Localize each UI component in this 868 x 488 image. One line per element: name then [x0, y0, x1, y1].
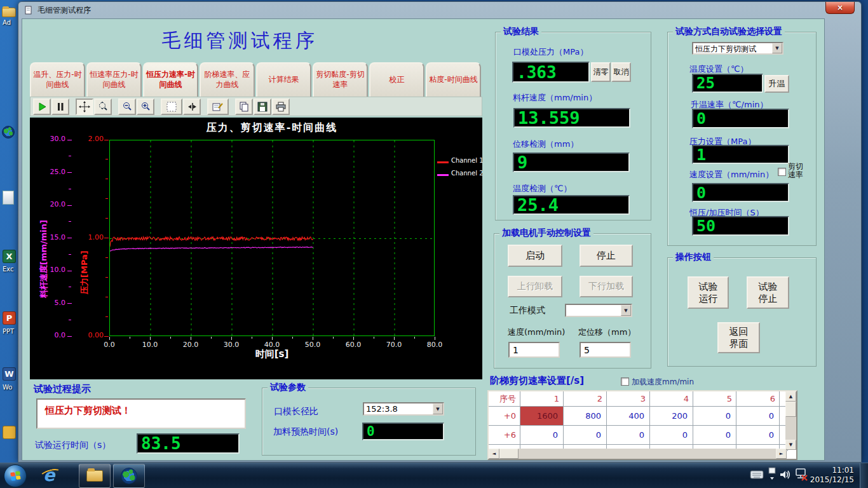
network-icon[interactable]: [794, 468, 808, 484]
excel-icon[interactable]: X: [3, 250, 16, 263]
print-button[interactable]: [272, 98, 290, 115]
tab-calc-results[interactable]: 计算结果: [256, 62, 311, 97]
folder-icon[interactable]: [2, 8, 16, 17]
shear-rate-checkbox[interactable]: [778, 168, 786, 176]
test-run-button[interactable]: 试验运行: [688, 276, 729, 309]
tick-left: 10.0: [44, 266, 65, 274]
plot-settings-button[interactable]: [207, 98, 229, 115]
table-cell[interactable]: 0: [693, 407, 736, 426]
table-cell[interactable]: 0: [520, 426, 564, 445]
fit-axes-button[interactable]: [183, 98, 201, 115]
work-mode-label: 工作模式: [510, 305, 545, 316]
taskbar: e 11:01 2015/12/15: [0, 463, 868, 488]
chart-title: 压力、剪切速率-时间曲线: [109, 121, 435, 135]
heat-button[interactable]: 升温: [764, 75, 789, 93]
table-vscrollbar[interactable]: ▲ ▼: [785, 391, 796, 450]
die-ratio-select[interactable]: 152:3.8 ▼: [363, 402, 444, 416]
cancel-button[interactable]: 取消: [611, 62, 631, 82]
chevron-down-icon[interactable]: ▼: [772, 43, 782, 53]
table-cell[interactable]: 0: [564, 426, 607, 445]
copy-button[interactable]: [235, 98, 253, 115]
tickmark-x minor: [252, 337, 252, 339]
keyboard-icon[interactable]: [750, 470, 764, 482]
tab-step-rate-stress[interactable]: 阶梯速率、应力曲线: [200, 62, 255, 97]
table-cell-selected[interactable]: 1600: [520, 407, 564, 426]
scroll-left-icon[interactable]: ◄: [489, 449, 499, 459]
stop-button[interactable]: 停止: [580, 245, 633, 267]
fit-axes-icon: [186, 101, 198, 112]
table-cell[interactable]: 0: [693, 426, 736, 445]
chevron-down-icon[interactable]: ▼: [433, 403, 443, 414]
select-box-button[interactable]: [161, 98, 182, 115]
hscroll-thumb[interactable]: [499, 449, 519, 459]
close-button[interactable]: ×: [825, 2, 855, 14]
tickmark-x: [191, 337, 191, 340]
panel-title: 操作按钮: [673, 252, 714, 263]
app-taskbar-button[interactable]: [113, 464, 145, 488]
tick-x: 60.0: [341, 341, 366, 349]
manual-speed-input[interactable]: 1: [508, 342, 560, 358]
volume-icon[interactable]: [779, 469, 792, 483]
clock-time: 11:01: [810, 466, 854, 475]
vscroll-thumb[interactable]: [785, 402, 796, 417]
start-button[interactable]: 启动: [508, 245, 562, 267]
table-cell[interactable]: 0: [736, 407, 780, 426]
windows-logo-icon: [10, 471, 21, 482]
clear-button[interactable]: 清零: [591, 62, 611, 82]
tab-const-rate-pressure-time[interactable]: 恒速率压力-时间曲线: [86, 62, 142, 97]
tick-x: 40.0: [259, 341, 285, 349]
language-icon[interactable]: [768, 467, 776, 485]
table-cell[interactable]: 0: [650, 426, 693, 445]
tickmark-right minor: [105, 316, 108, 317]
zoom-in-button[interactable]: [137, 98, 154, 115]
table-cell[interactable]: 200: [650, 407, 693, 426]
table-cell[interactable]: 0: [607, 426, 650, 445]
globe-icon: [121, 468, 137, 484]
column-header: 2: [564, 391, 607, 407]
taskbar-clock[interactable]: 11:01 2015/12/15: [810, 466, 854, 485]
tickmark-x minor: [292, 337, 293, 339]
table-hscrollbar[interactable]: ◄ ►: [489, 449, 787, 459]
work-mode-select[interactable]: ▼: [565, 304, 632, 317]
ie-taskbar-button[interactable]: e: [43, 465, 55, 485]
globe-icon[interactable]: [2, 126, 15, 139]
table-cell[interactable]: 400: [607, 407, 650, 426]
show-desktop-button[interactable]: [860, 463, 868, 488]
tab-const-pressure-rate-time[interactable]: 恒压力速率-时间曲线: [143, 62, 198, 97]
return-button[interactable]: 返回界面: [717, 322, 760, 353]
load-speed-checkbox[interactable]: [621, 377, 629, 386]
desktop-icon-label: Ad: [3, 19, 11, 26]
up-unload-button[interactable]: 上行卸载: [508, 276, 562, 297]
save-button[interactable]: [254, 98, 271, 115]
table-row: +0 1600 800 400 200 0 0: [489, 407, 796, 426]
test-stop-button[interactable]: 试验停止: [747, 276, 789, 309]
zoom-out-button[interactable]: [118, 98, 136, 115]
table-cell[interactable]: 0: [736, 426, 780, 445]
explorer-taskbar-button[interactable]: [79, 464, 111, 488]
x-axis-label: 时间[s]: [109, 348, 435, 360]
document-icon[interactable]: [3, 191, 14, 205]
chevron-down-icon[interactable]: ▼: [621, 305, 631, 316]
manual-displacement-input[interactable]: 5: [580, 342, 631, 358]
process-message: 恒压力下剪切测试！: [37, 400, 245, 417]
tab-temp-pressure-time[interactable]: 温升、压力-时间曲线: [30, 62, 85, 97]
tab-viscosity-time[interactable]: 粘度-时间曲线: [426, 62, 481, 97]
ppt-icon[interactable]: P: [3, 311, 16, 325]
play-button[interactable]: [33, 98, 51, 115]
down-load-button[interactable]: 下行加载: [580, 276, 633, 297]
zoom-select-button[interactable]: [94, 98, 112, 115]
table-cell[interactable]: 800: [564, 407, 607, 426]
scroll-down-icon[interactable]: ▼: [785, 440, 796, 450]
pan-button[interactable]: [76, 98, 93, 115]
tab-shear-viscosity-rate[interactable]: 剪切黏度-剪切速率: [313, 62, 368, 97]
scroll-right-icon[interactable]: ►: [776, 449, 787, 459]
plot-region[interactable]: [109, 140, 435, 336]
word-icon[interactable]: W: [3, 367, 16, 381]
scroll-up-icon[interactable]: ▲: [785, 391, 796, 402]
pause-button[interactable]: [51, 98, 69, 115]
column-header: 3: [607, 391, 650, 407]
tab-calibration[interactable]: 校正: [369, 62, 424, 97]
test-mode-select[interactable]: 恒压力下剪切测试 ▼: [692, 42, 783, 55]
start-button[interactable]: [4, 464, 27, 487]
app-icon[interactable]: [3, 426, 16, 439]
